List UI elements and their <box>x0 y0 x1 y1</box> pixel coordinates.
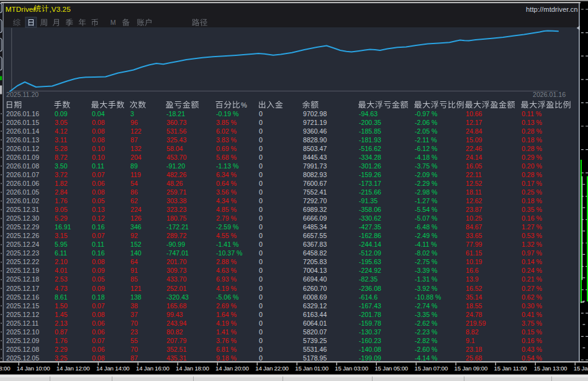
svg-text:8.61: 8.61 <box>55 293 68 301</box>
svg-text:2025.12.31: 2025.12.31 <box>6 206 39 213</box>
svg-text:22.46: 22.46 <box>466 145 482 152</box>
svg-text:0.20 %: 0.20 % <box>522 162 543 170</box>
svg-text:48.26: 48.26 <box>166 180 183 187</box>
svg-text:-1.13 %: -1.13 % <box>216 162 239 170</box>
svg-text:2025.12.24: 2025.12.24 <box>6 241 39 248</box>
svg-text:3.76 %: 3.76 % <box>216 337 237 344</box>
svg-text:0.10: 0.10 <box>92 154 105 161</box>
svg-text:180.75: 180.75 <box>166 214 187 222</box>
svg-text:-167.43: -167.43 <box>359 302 381 310</box>
svg-text:-236.08: -236.08 <box>359 285 381 292</box>
svg-text:1.45: 1.45 <box>55 311 68 318</box>
svg-text:453.70: 453.70 <box>166 154 187 161</box>
svg-text:2026.01.12: 2026.01.12 <box>6 145 39 152</box>
svg-text:7205.83: 7205.83 <box>303 258 327 265</box>
svg-text:0: 0 <box>259 258 263 265</box>
svg-text:259.71: 259.71 <box>166 188 187 196</box>
svg-text:0.28 %: 0.28 % <box>522 145 543 152</box>
svg-text:0.24 %: 0.24 % <box>522 267 543 274</box>
svg-text:14 Jan 10:00: 14 Jan 10:00 <box>17 365 50 372</box>
svg-text:-172.21: -172.21 <box>166 223 189 231</box>
svg-text:2025.12.15: 2025.12.15 <box>6 302 39 310</box>
svg-text:4.19 %: 4.19 % <box>216 285 237 292</box>
svg-text:289.72: 289.72 <box>166 232 187 239</box>
svg-text:303.38: 303.38 <box>166 197 187 204</box>
svg-text:99.43: 99.43 <box>166 311 183 318</box>
svg-text:0.14 %: 0.14 % <box>522 258 543 265</box>
svg-text:85: 85 <box>130 275 138 283</box>
svg-text:2025.12.11: 2025.12.11 <box>6 319 38 327</box>
svg-text:3.25: 3.25 <box>55 354 68 362</box>
svg-text:0.41 %: 0.41 % <box>522 311 543 318</box>
svg-text:0.05: 0.05 <box>92 275 105 283</box>
svg-text:5820.07: 5820.07 <box>303 328 327 336</box>
svg-text:-215.66: -215.66 <box>359 188 381 196</box>
svg-text:1.64 %: 1.64 % <box>216 311 237 318</box>
svg-text:0.25 %: 0.25 % <box>522 188 543 196</box>
svg-text:-2.11 %: -2.11 % <box>415 136 437 144</box>
svg-text:2026.01.02: 2026.01.02 <box>6 197 39 204</box>
svg-text:-159.78: -159.78 <box>359 319 381 327</box>
svg-text:4.55 %: 4.55 % <box>216 232 237 239</box>
svg-text:9.05: 9.05 <box>55 206 68 213</box>
svg-text:0: 0 <box>259 214 263 222</box>
svg-text:-5.06 %: -5.06 % <box>216 293 239 301</box>
svg-text:6657.55: 6657.55 <box>303 232 327 239</box>
svg-text:0.29 %: 0.29 % <box>522 154 543 161</box>
svg-text:8503.47: 8503.47 <box>303 145 327 152</box>
svg-text:2025.12.05: 2025.12.05 <box>6 354 39 362</box>
svg-text:-3.92 %: -3.92 % <box>415 285 438 292</box>
svg-text:0.28 %: 0.28 % <box>522 127 543 135</box>
svg-text:89: 89 <box>130 162 138 170</box>
svg-text:-199.09: -199.09 <box>359 354 381 362</box>
svg-text:6.34 %: 6.34 % <box>216 171 237 178</box>
svg-text:15 Jan 09:00: 15 Jan 09:00 <box>455 365 488 372</box>
svg-text:0.16 %: 0.16 % <box>522 214 543 222</box>
svg-text:15 Jan 13:00: 15 Jan 13:00 <box>534 365 568 372</box>
svg-text:6.11: 6.11 <box>55 249 67 257</box>
svg-text:-2.60 %: -2.60 % <box>415 346 438 353</box>
svg-text:92: 92 <box>130 232 138 239</box>
svg-text:14 Jan 14:00: 14 Jan 14:00 <box>96 365 130 372</box>
svg-text:16.52: 16.52 <box>466 285 482 292</box>
svg-text:4.19 %: 4.19 % <box>216 319 237 327</box>
svg-text:0: 0 <box>259 119 263 126</box>
svg-text:23.87: 23.87 <box>466 206 482 213</box>
svg-text:http://mtdriver.cn: http://mtdriver.cn <box>526 6 578 13</box>
svg-text:6666.09: 6666.09 <box>303 214 327 222</box>
svg-text:18.55: 18.55 <box>466 302 482 310</box>
svg-text:0: 0 <box>259 136 263 144</box>
svg-text:3.05: 3.05 <box>55 119 68 126</box>
svg-text:2025.12.12: 2025.12.12 <box>6 311 39 318</box>
svg-text:0.69 %: 0.69 % <box>216 145 237 152</box>
svg-text:0.64 %: 0.64 % <box>216 180 237 187</box>
svg-text:22.11: 22.11 <box>466 171 482 178</box>
svg-text:0.08: 0.08 <box>92 311 105 318</box>
svg-text:61.15: 61.15 <box>466 249 482 257</box>
svg-text:0.16 %: 0.16 % <box>522 337 543 344</box>
svg-text:16.05: 16.05 <box>466 162 482 170</box>
svg-text:33.65: 33.65 <box>466 232 482 239</box>
svg-text:-2.06 %: -2.06 % <box>415 119 438 126</box>
svg-text:201.70: 201.70 <box>166 258 187 265</box>
svg-text:0.08: 0.08 <box>92 119 105 126</box>
svg-text:6260.70: 6260.70 <box>303 285 327 292</box>
svg-text:4.73: 4.73 <box>55 285 68 292</box>
svg-text:6989.32: 6989.32 <box>303 206 327 213</box>
svg-text:2026.01.06: 2026.01.06 <box>6 180 39 187</box>
svg-text:-2.82 %: -2.82 % <box>415 337 438 344</box>
svg-text:0: 0 <box>259 206 263 213</box>
svg-text:-2.75 %: -2.75 % <box>415 258 438 265</box>
svg-text:2.88 %: 2.88 % <box>216 258 237 265</box>
svg-text:8.72: 8.72 <box>55 154 68 161</box>
svg-text:1.32 %: 1.32 % <box>522 241 543 248</box>
svg-text:8445.43: 8445.43 <box>303 154 327 161</box>
svg-text:0: 0 <box>259 171 263 178</box>
svg-text:531.56: 531.56 <box>166 127 187 135</box>
svg-text:15 Jan 15:00: 15 Jan 15:00 <box>574 365 588 372</box>
svg-text:5.28: 5.28 <box>55 145 68 152</box>
svg-text:0.06: 0.06 <box>92 180 105 187</box>
svg-text:2025.12.26: 2025.12.26 <box>6 232 39 239</box>
svg-text:0: 0 <box>259 127 263 135</box>
svg-text:2025.12.09: 2025.12.09 <box>6 337 39 344</box>
